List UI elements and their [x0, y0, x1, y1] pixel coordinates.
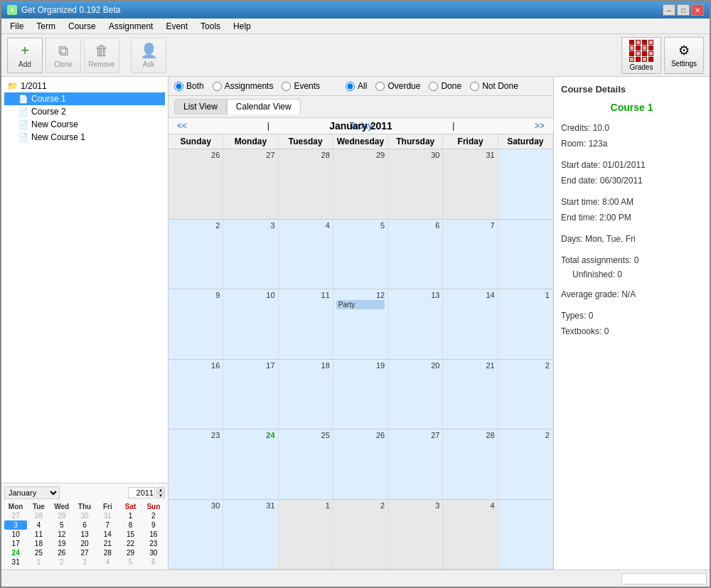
- menu-event[interactable]: Event: [160, 20, 193, 33]
- menu-term[interactable]: Term: [31, 20, 61, 33]
- calendar-cell[interactable]: 4: [279, 220, 333, 289]
- calendar-event[interactable]: Party: [336, 300, 385, 309]
- calendar-cell[interactable]: 1: [279, 500, 333, 570]
- mini-cal-day[interactable]: 3: [4, 520, 27, 530]
- mini-cal-day[interactable]: 29: [119, 548, 141, 557]
- year-up-button[interactable]: ▲: [156, 487, 165, 493]
- tree-root[interactable]: 📁 1/2011: [4, 80, 165, 92]
- grades-button[interactable]: Grades: [621, 37, 661, 74]
- menu-tools[interactable]: Tools: [195, 20, 226, 33]
- calendar-cell[interactable]: 2: [498, 429, 553, 499]
- mini-cal-day[interactable]: 31: [4, 557, 27, 567]
- calendar-cell[interactable]: 16: [169, 360, 223, 429]
- mini-cal-day[interactable]: 30: [73, 511, 96, 520]
- calendar-cell[interactable]: 24: [223, 429, 278, 499]
- mini-cal-day[interactable]: 16: [142, 530, 165, 539]
- mini-cal-day[interactable]: 4: [96, 557, 119, 567]
- mini-cal-day[interactable]: 7: [96, 520, 119, 530]
- calendar-cell[interactable]: 14: [443, 289, 498, 359]
- calendar-cell[interactable]: 26: [333, 429, 388, 499]
- close-button[interactable]: ✕: [691, 4, 704, 16]
- mini-cal-day[interactable]: 3: [73, 557, 96, 567]
- mini-cal-day[interactable]: 1: [27, 557, 50, 567]
- mini-cal-day[interactable]: 11: [27, 530, 50, 539]
- view-notdone-radio[interactable]: [470, 82, 479, 91]
- filter-assignments-radio[interactable]: [213, 82, 222, 91]
- calendar-cell[interactable]: 27: [388, 429, 443, 499]
- mini-cal-day[interactable]: 8: [119, 520, 141, 530]
- tab-list-view[interactable]: List View: [174, 99, 227, 114]
- prev-button[interactable]: <<: [177, 121, 187, 131]
- calendar-cell[interactable]: [498, 220, 553, 289]
- mini-cal-day[interactable]: 2: [50, 557, 73, 567]
- filter-both-radio[interactable]: [174, 82, 183, 91]
- mini-cal-day[interactable]: 13: [73, 530, 96, 539]
- mini-cal-day[interactable]: 31: [96, 511, 119, 520]
- mini-cal-day[interactable]: 4: [27, 520, 50, 530]
- calendar-cell[interactable]: 5: [333, 220, 388, 289]
- sidebar-item-1[interactable]: 📄 Course 2: [4, 105, 165, 118]
- mini-cal-day[interactable]: 22: [119, 539, 141, 548]
- view-overdue-label[interactable]: Overdue: [387, 81, 420, 91]
- mini-cal-day[interactable]: 21: [96, 539, 119, 548]
- mini-cal-day[interactable]: 2: [142, 511, 165, 520]
- calendar-cell[interactable]: 30: [169, 500, 223, 570]
- view-notdone-label[interactable]: Not Done: [482, 81, 518, 91]
- calendar-cell[interactable]: 30: [388, 149, 443, 219]
- mini-cal-day[interactable]: 27: [73, 548, 96, 557]
- mini-cal-day[interactable]: 14: [96, 530, 119, 539]
- mini-cal-day[interactable]: 27: [4, 511, 27, 520]
- mini-cal-day[interactable]: 9: [142, 520, 165, 530]
- calendar-cell[interactable]: 18: [279, 360, 333, 429]
- menu-file[interactable]: File: [4, 20, 29, 33]
- mini-cal-day[interactable]: 20: [73, 539, 96, 548]
- month-select[interactable]: JanuaryFebruaryMarch AprilMayJune JulyAu…: [4, 486, 60, 499]
- next-button[interactable]: >>: [535, 121, 545, 131]
- calendar-cell[interactable]: 25: [279, 429, 333, 499]
- calendar-cell[interactable]: 4: [443, 500, 498, 570]
- status-input[interactable]: [621, 573, 707, 584]
- mini-cal-day[interactable]: 18: [27, 539, 50, 548]
- filter-assignments-label[interactable]: Assignments: [225, 81, 274, 91]
- mini-cal-day[interactable]: 5: [119, 557, 141, 567]
- year-input[interactable]: 2011: [128, 487, 155, 498]
- calendar-cell[interactable]: 9: [169, 289, 223, 359]
- sidebar-item-0[interactable]: 📄 Course 1: [4, 92, 165, 105]
- tab-calendar-view[interactable]: Calendar View: [227, 99, 301, 114]
- calendar-cell[interactable]: 23: [169, 429, 223, 499]
- clone-button[interactable]: ⧉ Clone: [46, 38, 81, 73]
- calendar-cell[interactable]: 26: [169, 149, 223, 219]
- view-done-label[interactable]: Done: [441, 81, 461, 91]
- calendar-cell[interactable]: 20: [388, 360, 443, 429]
- calendar-cell[interactable]: 27: [223, 149, 278, 219]
- mini-cal-day[interactable]: 23: [142, 539, 165, 548]
- view-all-label[interactable]: All: [358, 81, 367, 91]
- calendar-cell[interactable]: 31: [223, 500, 278, 570]
- calendar-cell[interactable]: 11: [279, 289, 333, 359]
- settings-button[interactable]: ⚙ Settings: [664, 37, 704, 74]
- menu-course[interactable]: Course: [63, 20, 102, 33]
- mini-cal-day[interactable]: 1: [119, 511, 141, 520]
- view-all-radio[interactable]: [346, 82, 355, 91]
- calendar-cell[interactable]: 7: [443, 220, 498, 289]
- mini-cal-day[interactable]: 5: [50, 520, 73, 530]
- calendar-cell[interactable]: 21: [443, 360, 498, 429]
- mini-cal-day[interactable]: 6: [142, 557, 165, 567]
- menu-assignment[interactable]: Assignment: [103, 20, 159, 33]
- mini-cal-day[interactable]: 24: [4, 548, 27, 557]
- calendar-cell[interactable]: 6: [388, 220, 443, 289]
- mini-cal-day[interactable]: 12: [50, 530, 73, 539]
- calendar-cell[interactable]: [498, 149, 553, 219]
- remove-button[interactable]: 🗑 Remove: [84, 38, 119, 73]
- mini-cal-day[interactable]: 17: [4, 539, 27, 548]
- view-overdue-radio[interactable]: [375, 82, 385, 91]
- filter-events-label[interactable]: Events: [294, 81, 320, 91]
- mini-cal-day[interactable]: 29: [50, 511, 73, 520]
- calendar-cell[interactable]: 28: [443, 429, 498, 499]
- mini-cal-day[interactable]: 28: [27, 511, 50, 520]
- calendar-cell[interactable]: 29: [333, 149, 388, 219]
- mini-cal-day[interactable]: 30: [142, 548, 165, 557]
- mini-cal-day[interactable]: 6: [73, 520, 96, 530]
- filter-events-radio[interactable]: [282, 82, 291, 91]
- mini-cal-day[interactable]: 26: [50, 548, 73, 557]
